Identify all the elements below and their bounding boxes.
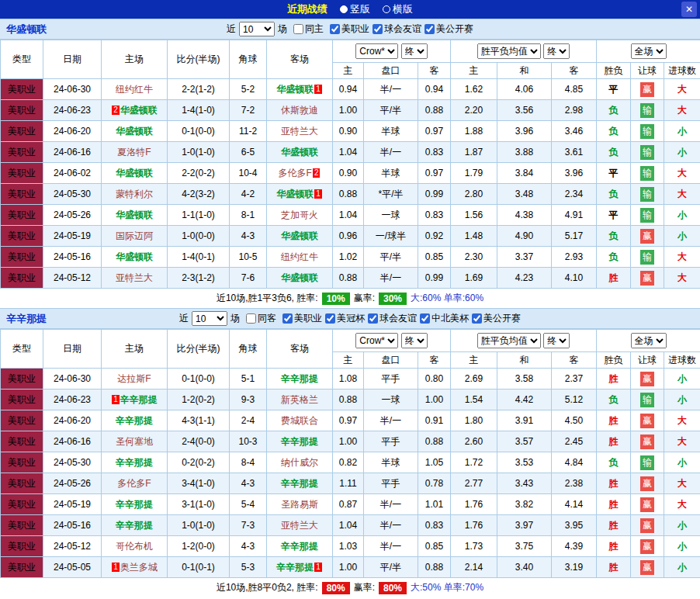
- odds-draw: 3.57: [497, 431, 552, 452]
- scope-header: 全场: [597, 40, 700, 63]
- layout-vertical-option[interactable]: 竖版: [340, 2, 370, 16]
- goals-cell: 大: [664, 79, 700, 100]
- bookmaker-select[interactable]: Crow*: [355, 43, 398, 59]
- footer-summary: 近10场,胜1平3负6, 胜率:: [217, 292, 318, 305]
- odds-draw: 4.38: [497, 205, 552, 226]
- odds-lose: 2.45: [552, 431, 597, 452]
- league-cell: 美职业: [1, 268, 43, 289]
- result-cell: 平: [597, 79, 631, 100]
- odds-lose: 2.37: [552, 369, 597, 390]
- red-card-badge: 1: [112, 395, 120, 404]
- horizontal-label: 横版: [393, 2, 413, 16]
- odds-stage-select[interactable]: 终: [401, 43, 428, 59]
- league-filter[interactable]: 美公开赛: [425, 23, 473, 36]
- league-cell: 美职业: [1, 205, 43, 226]
- handicap-line: 半/一: [364, 515, 418, 536]
- odds-lose: 2.34: [552, 184, 597, 205]
- layout-horizontal-option[interactable]: 横版: [383, 2, 413, 16]
- team-name: 新英格兰: [281, 394, 318, 405]
- team-name: 辛辛那提: [116, 415, 153, 426]
- goals-cell: 大: [664, 494, 700, 515]
- let-result-badge: 赢: [640, 414, 654, 428]
- league-checkbox[interactable]: [330, 24, 340, 34]
- league-filter[interactable]: 美公开赛: [472, 312, 521, 325]
- result-cell: 胜: [597, 431, 631, 452]
- handicap-home-odds: 1.00: [333, 431, 364, 452]
- away-team-cell: 费城联合: [267, 410, 333, 431]
- wdl-stage-select[interactable]: 终: [543, 333, 570, 348]
- col-corner: 角球: [230, 330, 267, 369]
- home-team-cell: 1奥兰多城: [102, 557, 168, 578]
- handicap-away-odds: 0.88: [418, 100, 451, 121]
- league-filter[interactable]: 球会友谊: [368, 312, 417, 325]
- league-checkbox[interactable]: [373, 24, 383, 34]
- league-checkbox[interactable]: [425, 24, 435, 34]
- team-name: 华盛顿联: [276, 189, 314, 199]
- team-name: 夏洛特F: [117, 147, 151, 158]
- date-cell: 24-06-23: [43, 100, 102, 121]
- home-team-cell: 国际迈阿: [102, 226, 168, 247]
- section-header: 辛辛那提 近 10 场 同客 美职业美冠杯球会友谊中北美杯美公开赛: [0, 308, 700, 329]
- league-checkbox[interactable]: [368, 313, 378, 324]
- odds-lose: 3.61: [552, 142, 597, 163]
- corner-cell: 8-1: [230, 205, 267, 226]
- handicap-away-odds: 0.88: [418, 557, 451, 578]
- goals-cell: 大: [664, 431, 700, 452]
- same-venue-filter[interactable]: 同客: [246, 312, 276, 325]
- score-cell: 1-2(0-2): [168, 390, 230, 410]
- same-venue-checkbox[interactable]: [246, 313, 256, 324]
- away-team-cell: 华盛顿联1: [267, 79, 333, 100]
- handicap-away-odds: 1.00: [418, 390, 451, 410]
- odds-stage-select[interactable]: 终: [401, 333, 428, 348]
- away-team-cell: 圣路易斯: [267, 494, 333, 515]
- same-venue-filter[interactable]: 同主: [293, 23, 324, 36]
- odds-lose: 4.10: [552, 268, 597, 289]
- same-venue-checkbox[interactable]: [293, 24, 303, 34]
- league-checkbox[interactable]: [282, 313, 293, 324]
- goals-cell: 小: [664, 515, 700, 536]
- league-filters: 美职业球会友谊美公开赛: [327, 23, 473, 36]
- handicap-away-odds: 0.88: [418, 431, 451, 452]
- same-venue-label: 同客: [258, 312, 276, 325]
- near-label: 近: [179, 312, 189, 325]
- odds-lose: 5.12: [552, 390, 597, 410]
- close-button[interactable]: ✕: [681, 2, 697, 17]
- home-team-cell: 1辛辛那提: [102, 390, 168, 410]
- league-checkbox[interactable]: [472, 313, 482, 324]
- league-checkbox[interactable]: [420, 313, 430, 324]
- away-team-cell: 多伦多F2: [267, 163, 333, 184]
- wdl-stage-select[interactable]: 终: [543, 43, 570, 59]
- wdl-avg-select[interactable]: 胜平负均值: [477, 43, 541, 59]
- league-cell: 美职业: [1, 515, 43, 536]
- let-ball-result: 赢: [631, 431, 664, 452]
- league-cell: 美职业: [1, 473, 43, 494]
- handicap-home-odds: 0.87: [333, 494, 364, 515]
- goals-cell: 大: [664, 410, 700, 431]
- league-filter[interactable]: 中北美杯: [420, 312, 469, 325]
- league-filter[interactable]: 美冠杯: [325, 312, 365, 325]
- scope-select[interactable]: 全场: [631, 43, 667, 59]
- goals-cell: 大: [664, 100, 700, 121]
- league-filter[interactable]: 球会友谊: [373, 23, 421, 36]
- result-cell: 胜: [597, 473, 631, 494]
- scope-select[interactable]: 全场: [631, 333, 667, 348]
- league-filter[interactable]: 美职业: [282, 312, 322, 325]
- wdl-avg-select[interactable]: 胜平负均值: [477, 333, 541, 348]
- league-cell: 美职业: [1, 431, 43, 452]
- odds-win: 1.69: [451, 268, 497, 289]
- matches-label: 场: [230, 312, 240, 325]
- league-checkbox[interactable]: [325, 313, 335, 324]
- date-cell: 24-06-20: [43, 121, 102, 142]
- score-cell: 0-1(0-0): [168, 121, 230, 142]
- handicap-line: 半球: [364, 121, 418, 142]
- odds-win: 1.76: [451, 515, 497, 536]
- bookmaker-select[interactable]: Crow*: [355, 333, 398, 348]
- league-cell: 美职业: [1, 536, 43, 557]
- match-count-select[interactable]: 10: [192, 311, 227, 326]
- goals-cell: 大: [664, 247, 700, 268]
- let-ball-result: 赢: [631, 494, 664, 515]
- match-count-select[interactable]: 10: [239, 22, 275, 36]
- col-wdl-draw: 和: [497, 63, 552, 79]
- col-wdl-away: 客: [552, 352, 597, 369]
- league-filter[interactable]: 美职业: [330, 23, 369, 36]
